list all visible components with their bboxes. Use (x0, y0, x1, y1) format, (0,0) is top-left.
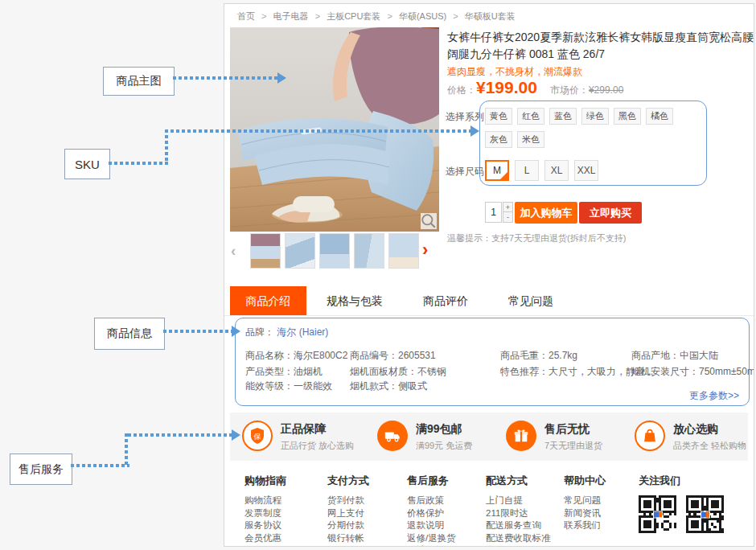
footer-column-follow-us: 关注我们 (639, 474, 733, 533)
footer-column-title: 购物指南 (244, 474, 286, 488)
tab-spec-packaging[interactable]: 规格与包装 (306, 286, 403, 315)
more-params-link[interactable]: 更多参数>> (689, 389, 739, 403)
annotation-main-image: 商品主图 (103, 67, 175, 96)
footer-link[interactable]: 配送服务查询 (486, 519, 551, 532)
service-title: 售后无忧 (544, 422, 602, 437)
footer-link[interactable]: 新闻资讯 (564, 507, 606, 520)
footer-link[interactable]: 211限时达 (486, 507, 551, 520)
breadcrumb-separator: > (315, 11, 320, 21)
buy-now-button[interactable]: 立即购买 (579, 202, 642, 224)
thumbnail-4[interactable] (354, 233, 384, 269)
info-hood-style: 烟机款式：侧吸式 (350, 380, 427, 393)
series-option-blue[interactable]: 蓝色 (549, 108, 577, 125)
size-option-l[interactable]: L (515, 160, 539, 181)
footer-column-after-sale: 售后服务 售后政策 价格保护 退款说明 返修/退换货 取消订单 (407, 474, 456, 547)
footer-column-title: 帮助中心 (564, 474, 606, 488)
footer-link[interactable]: 联系我们 (564, 519, 606, 532)
thumbnails-next-button[interactable]: › (422, 232, 428, 268)
thumbnails-prev-button[interactable]: ‹ (231, 233, 236, 269)
zoom-magnifier-icon[interactable] (421, 213, 437, 229)
gift-icon (506, 421, 536, 451)
quantity-decrease-button[interactable]: - (503, 212, 513, 223)
info-install-size: 烟机安装尺寸：750mm±50mm（烟... (631, 365, 754, 379)
thumbnail-5[interactable] (388, 233, 419, 269)
annotation-arrow-line (165, 129, 168, 165)
brand-label: 品牌： (245, 326, 274, 338)
footer-column-shopping-guide: 购物指南 购物流程 发票制度 服务协议 会员优惠 (244, 474, 286, 544)
annotation-arrow-line (125, 433, 128, 467)
series-option-yellow[interactable]: 黄色 (485, 108, 512, 125)
brand-link[interactable]: 海尔 (Haier) (277, 326, 328, 338)
series-option-gray[interactable]: 灰色 (485, 131, 512, 148)
annotation-arrow-line (109, 162, 168, 165)
footer-link[interactable]: 购物流程 (244, 495, 286, 507)
breadcrumb: 首页 > 电子电器 > 主板CPU套装 > 华硕(ASUS) > 华硕板U套装 (237, 10, 516, 23)
size-option-xxl[interactable]: XXL (574, 160, 598, 181)
annotation-arrow-line (173, 76, 277, 80)
page: 首页 > 电子电器 > 主板CPU套装 > 华硕(ASUS) > 华硕板U套装 (0, 0, 756, 550)
series-options: 黄色 红色 蓝色 绿色 黑色 橘色 灰色 米色 (485, 108, 680, 154)
series-option-black[interactable]: 黑色 (614, 108, 641, 125)
tab-product-intro[interactable]: 商品介绍 (230, 286, 306, 315)
footer-link[interactable]: 网上支付 (327, 507, 369, 520)
footer-link[interactable]: 银行转帐 (327, 532, 369, 545)
breadcrumb-category[interactable]: 电子电器 (273, 11, 309, 21)
footer-column-title: 售后服务 (407, 474, 456, 488)
product-promo-text: 遮肉显瘦，不挑身材，潮流爆款 (447, 65, 582, 79)
footer-link[interactable]: 服务协议 (244, 519, 286, 532)
footer-link[interactable]: 货到付款 (327, 495, 369, 507)
annotation-arrowhead (232, 326, 240, 337)
breadcrumb-subcategory[interactable]: 主板CPU套装 (327, 11, 380, 21)
return-policy-tip: 温馨提示：支持7天无理由退货(拆封后不支持) (447, 232, 626, 244)
quantity-increase-button[interactable]: + (503, 202, 513, 212)
product-page-panel: 首页 > 电子电器 > 主板CPU套装 > 华硕(ASUS) > 华硕板U套装 (224, 3, 754, 547)
footer-link[interactable]: 配送费收取标准 (486, 532, 551, 545)
thumbnail-2[interactable] (285, 233, 315, 269)
breadcrumb-home[interactable]: 首页 (237, 11, 255, 21)
thumbnail-3[interactable] (319, 233, 350, 269)
annotation-arrow-line (163, 330, 232, 333)
info-gross-weight: 商品毛重：25.7kg (500, 349, 577, 363)
add-to-cart-button[interactable]: 加入购物车 (515, 202, 577, 224)
footer-link[interactable]: 退款说明 (407, 519, 456, 532)
shield-badge-char: 保 (253, 433, 261, 441)
footer-link[interactable]: 分期付款 (327, 519, 369, 532)
breadcrumb-brand[interactable]: 华硕(ASUS) (399, 11, 446, 21)
series-option-green[interactable]: 绿色 (581, 108, 609, 125)
price-value: ¥199.00 (476, 78, 537, 97)
breadcrumb-current: 华硕板U套装 (465, 11, 516, 21)
qr-code (686, 495, 724, 533)
annotation-product-info: 商品信息 (94, 318, 165, 350)
footer-link[interactable]: 发票制度 (244, 507, 286, 520)
tab-faq[interactable]: 常见问题 (488, 286, 573, 315)
service-desc: 满99元 免运费 (416, 440, 472, 452)
service-worry-free: 放心选购 品类齐全 轻松购物 (635, 421, 746, 452)
footer-link[interactable]: 常见问题 (564, 495, 606, 507)
series-option-red[interactable]: 红色 (517, 108, 544, 125)
service-desc: 品类齐全 轻松购物 (673, 440, 746, 452)
footer-column-help: 帮助中心 常见问题 新闻资讯 联系我们 (564, 474, 606, 532)
thumbnail-1[interactable] (250, 233, 281, 269)
footer-link[interactable]: 会员优惠 (244, 532, 286, 545)
footer-column-payment: 支付方式 货到付款 网上支付 分期付款 银行转帐 (327, 474, 369, 544)
size-options: M L XL XXL (485, 160, 604, 181)
product-tabs: 商品介绍 规格与包装 商品评价 常见问题 (224, 286, 754, 316)
footer-link[interactable]: 返修/退换货 (407, 532, 456, 545)
series-option-beige[interactable]: 米色 (517, 131, 544, 148)
service-title: 正品保障 (281, 422, 354, 437)
product-title: 女裤牛仔裤女2020夏季新款泫雅长裤女韩版显瘦直筒宽松高腰阔腿九分牛仔裤 008… (447, 29, 754, 63)
footer-link[interactable]: 海外配送 (486, 544, 551, 547)
size-option-xl[interactable]: XL (544, 160, 569, 181)
footer-link[interactable]: 售后政策 (407, 495, 456, 507)
size-option-m-selected[interactable]: M (485, 160, 509, 181)
series-option-orange[interactable]: 橘色 (646, 108, 673, 125)
quantity-input[interactable] (485, 202, 502, 223)
footer-column-title: 支付方式 (327, 474, 369, 488)
footer-column-title: 关注我们 (639, 474, 733, 488)
service-after-sale: 售后无忧 7天无理由退货 (506, 421, 602, 452)
footer-link[interactable]: 上门自提 (486, 495, 551, 507)
tab-reviews[interactable]: 商品评价 (403, 286, 488, 315)
footer-link[interactable]: 取消订单 (407, 544, 456, 547)
footer-link[interactable]: 价格保护 (407, 507, 456, 520)
qr-code (639, 495, 676, 533)
